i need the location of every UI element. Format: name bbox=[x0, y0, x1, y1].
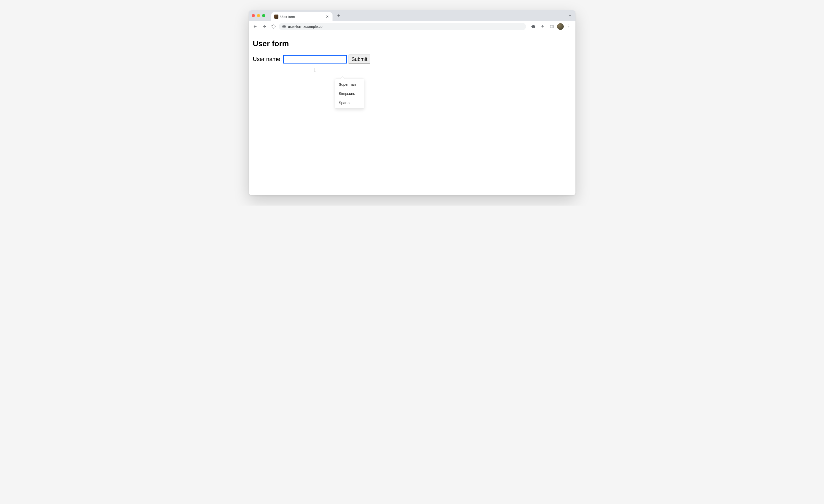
url-text: user-form.example.com bbox=[288, 24, 326, 28]
maximize-window-icon[interactable] bbox=[262, 14, 265, 17]
autocomplete-item[interactable]: Superman bbox=[335, 80, 364, 89]
page-content: User form User name: Submit I Superman S… bbox=[249, 32, 576, 196]
downloads-button[interactable] bbox=[539, 23, 546, 30]
page-title: User form bbox=[253, 39, 572, 48]
text-cursor-icon: I bbox=[314, 67, 316, 73]
extensions-button[interactable] bbox=[529, 23, 537, 30]
tab-bar: User form ✕ bbox=[249, 10, 576, 21]
browser-tab[interactable]: User form ✕ bbox=[271, 12, 332, 21]
profile-avatar[interactable] bbox=[557, 23, 564, 30]
user-form: User name: Submit bbox=[253, 54, 572, 64]
close-tab-icon[interactable]: ✕ bbox=[325, 15, 329, 19]
forward-button[interactable] bbox=[261, 23, 268, 30]
browser-window: User form ✕ user-form.example.com bbox=[249, 10, 576, 196]
tab-overflow[interactable] bbox=[568, 13, 576, 18]
svg-rect-7 bbox=[550, 25, 553, 28]
toolbar-right bbox=[529, 23, 573, 30]
username-input[interactable] bbox=[283, 55, 347, 64]
favicon-icon bbox=[274, 15, 279, 19]
back-button[interactable] bbox=[251, 23, 259, 30]
close-window-icon[interactable] bbox=[252, 14, 255, 17]
username-label: User name: bbox=[253, 56, 282, 62]
globe-icon bbox=[282, 24, 286, 28]
reload-button[interactable] bbox=[270, 23, 277, 30]
kebab-icon bbox=[567, 24, 572, 28]
browser-toolbar: user-form.example.com bbox=[249, 21, 576, 32]
address-bar[interactable]: user-form.example.com bbox=[279, 23, 526, 30]
chevron-down-icon bbox=[568, 13, 572, 18]
menu-button[interactable] bbox=[565, 23, 573, 30]
tab-title: User form bbox=[281, 15, 323, 19]
minimize-window-icon[interactable] bbox=[257, 14, 260, 17]
new-tab-button[interactable] bbox=[335, 12, 342, 19]
autocomplete-popover: Superman Simpsons Sparta bbox=[335, 79, 364, 109]
submit-button[interactable]: Submit bbox=[348, 54, 370, 64]
autocomplete-item[interactable]: Sparta bbox=[335, 98, 364, 107]
side-panel-button[interactable] bbox=[548, 23, 555, 30]
window-controls bbox=[252, 14, 265, 17]
autocomplete-item[interactable]: Simpsons bbox=[335, 89, 364, 98]
